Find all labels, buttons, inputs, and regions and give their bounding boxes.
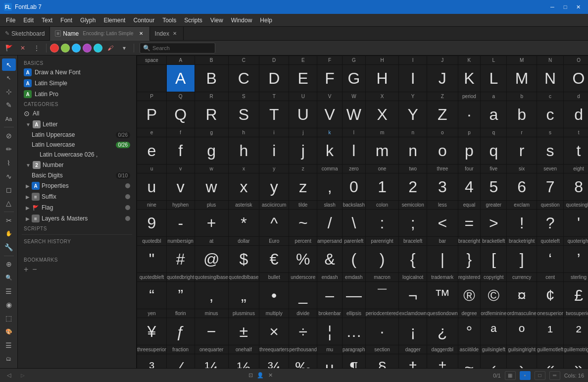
menu-item-view[interactable]: View xyxy=(206,16,227,25)
glyph-cell[interactable]: 1 xyxy=(365,173,399,201)
glyph-cell[interactable]: © xyxy=(481,282,507,309)
menu-item-scripts[interactable]: Scripts xyxy=(180,16,206,25)
menu-item-contour[interactable]: Contour xyxy=(129,16,158,25)
tab-index[interactable]: Index ✕ xyxy=(150,27,184,41)
glyph-cell[interactable]: × xyxy=(259,318,289,345)
glyph-cell[interactable]: { xyxy=(399,246,427,273)
glyph-cell[interactable]: y xyxy=(259,173,289,201)
tool-paint[interactable]: 🎨 xyxy=(2,326,16,338)
glyph-cell[interactable]: 5 xyxy=(481,173,507,201)
color-blue[interactable] xyxy=(72,44,81,53)
glyph-cell[interactable]: D xyxy=(259,65,289,92)
glyph-cell[interactable]: ® xyxy=(458,282,480,309)
glyph-cell[interactable]: E xyxy=(289,65,317,92)
sidebar-add-button[interactable]: + xyxy=(24,266,28,273)
tool-hand[interactable]: ✋ xyxy=(2,227,16,240)
status-person-icon[interactable]: 👤 xyxy=(255,371,265,381)
glyph-cell[interactable]: c xyxy=(537,101,563,128)
glyph-cell[interactable]: … xyxy=(343,318,366,345)
glyph-cell[interactable]: e xyxy=(137,137,167,164)
glyph-cell[interactable]: º xyxy=(507,318,537,345)
glyph-cell[interactable]: ƒ xyxy=(166,318,195,345)
tool-zoom[interactable]: 🔍 xyxy=(2,272,16,284)
sidebar-item-latin-uppercase[interactable]: Latin Uppercase 0/26 xyxy=(18,130,136,140)
glyph-cell[interactable]: l xyxy=(343,137,366,164)
menu-item-font[interactable]: Font xyxy=(56,16,76,25)
glyph-cell[interactable] xyxy=(137,65,167,92)
tool-list[interactable]: ☰ xyxy=(2,285,16,297)
glyph-cell[interactable]: ° xyxy=(458,318,480,345)
tab-name[interactable]: ≡ Name Encoding: Latin Simple ✕ xyxy=(50,27,149,41)
tool-rect[interactable]: ◻ xyxy=(2,183,16,196)
sidebar-item-all[interactable]: ⊙ All xyxy=(18,108,136,119)
glyph-cell[interactable]: ~ xyxy=(289,210,317,237)
tool-pen[interactable]: ✎ xyxy=(2,99,16,111)
sidebar-item-draw-new-font[interactable]: A Draw a New Font xyxy=(18,67,136,78)
menu-item-element[interactable]: Element xyxy=(99,16,129,25)
color-green[interactable] xyxy=(61,44,70,53)
tool-target[interactable]: ◉ xyxy=(2,299,16,311)
glyph-cell[interactable]: ™ xyxy=(427,282,458,309)
glyph-cell[interactable]: : xyxy=(365,210,399,237)
glyph-cell[interactable]: t xyxy=(564,137,588,164)
glyph-cell[interactable]: , xyxy=(317,173,343,201)
glyph-cell[interactable]: " xyxy=(137,246,167,273)
glyph-cell[interactable]: 7 xyxy=(537,173,563,201)
glyph-cell[interactable]: F xyxy=(317,65,343,92)
glyph-cell[interactable]: 9 xyxy=(137,210,167,237)
sidebar-remove-button[interactable]: − xyxy=(32,266,37,273)
tool-brush[interactable]: ⌇ xyxy=(2,157,16,169)
tool-scissors[interactable]: ✂ xyxy=(2,214,16,226)
sidebar-item-layers[interactable]: ▶ ≡ Layers & Masters xyxy=(18,213,136,224)
glyph-cell[interactable]: ’ xyxy=(564,246,588,273)
glyph-cell[interactable]: ¼ xyxy=(195,354,228,369)
glyph-cell[interactable]: ! xyxy=(507,210,537,237)
glyph-cell[interactable]: $ xyxy=(228,246,259,273)
glyph-cell[interactable]: * xyxy=(228,210,259,237)
glyph-cell[interactable]: j xyxy=(289,137,317,164)
color-brush-button[interactable]: 🖌 xyxy=(104,42,116,54)
glyph-cell[interactable]: £ xyxy=(564,282,588,309)
sidebar-item-latin-simple[interactable]: A Latin Simple xyxy=(18,78,136,89)
glyph-cell[interactable]: m xyxy=(365,137,399,164)
glyph-cell[interactable]: · xyxy=(458,101,480,128)
status-prev-button[interactable]: ◁ xyxy=(4,371,14,381)
tab-index-close[interactable]: ✕ xyxy=(171,30,178,37)
glyph-cell[interactable]: + xyxy=(195,210,228,237)
glyph-cell[interactable]: L xyxy=(481,65,507,92)
glyph-cell[interactable]: ( xyxy=(343,246,366,273)
tool-eraser[interactable]: ⊘ xyxy=(2,129,16,142)
glyph-cell[interactable]: p xyxy=(458,137,480,164)
menu-item-help[interactable]: Help xyxy=(256,16,276,25)
color-cyan[interactable] xyxy=(94,44,102,53)
view-mode-large[interactable]: ▦ xyxy=(505,371,516,380)
glyph-cell[interactable]: b xyxy=(507,101,537,128)
glyph-cell[interactable]: W xyxy=(343,101,366,128)
close-button[interactable]: ✕ xyxy=(572,2,584,12)
glyph-cell[interactable]: Z xyxy=(427,101,458,128)
glyph-cell[interactable]: § xyxy=(365,354,399,369)
sidebar-item-properties[interactable]: ▶ A Properties xyxy=(18,180,136,191)
glyph-cell[interactable]: U xyxy=(289,101,317,128)
glyph-cell[interactable]: ½ xyxy=(228,354,259,369)
menu-item-glyph[interactable]: Glyph xyxy=(76,16,99,25)
color-red[interactable] xyxy=(50,44,59,53)
glyph-cell[interactable]: ¦ xyxy=(317,318,343,345)
view-mode-medium[interactable]: ▪ xyxy=(520,371,531,380)
glyph-cell[interactable]: M xyxy=(507,65,537,92)
glyph-cell[interactable]: X xyxy=(365,101,399,128)
glyph-cell[interactable]: ÷ xyxy=(289,318,317,345)
glyph-cell[interactable]: @ xyxy=(195,246,228,273)
glyph-cell[interactable]: J xyxy=(427,65,458,92)
glyph-cell[interactable]: = xyxy=(458,210,480,237)
glyph-cell[interactable]: 2 xyxy=(399,173,427,201)
glyph-cell[interactable]: ¥ xyxy=(137,318,167,345)
glyph-cell[interactable]: R xyxy=(195,101,228,128)
tool-select2[interactable]: ↖ xyxy=(2,72,16,84)
glyph-cell[interactable]: g xyxy=(195,137,228,164)
glyph-cell[interactable]: ; xyxy=(399,210,427,237)
color-purple[interactable] xyxy=(83,44,92,53)
glyph-cell[interactable]: ^ xyxy=(259,210,289,237)
glyph-cell[interactable]: ¹ xyxy=(537,318,563,345)
tool-layers[interactable]: 🗂 xyxy=(2,353,16,365)
